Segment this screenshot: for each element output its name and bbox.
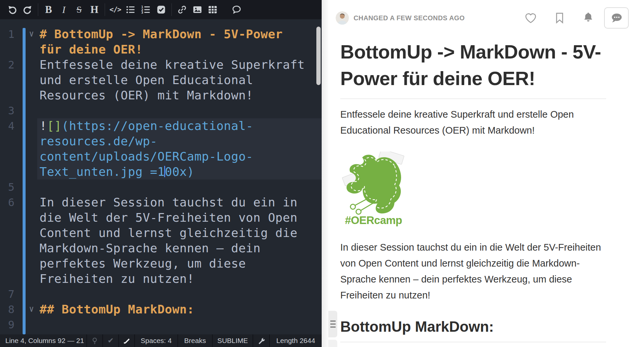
doc-length-status: Length 2644 — [269, 334, 322, 347]
editor-toolbar: B I S H </> 123 — [0, 0, 322, 19]
code-text: In dieser Session tauchst du ein in — [37, 195, 322, 210]
keymap-setting[interactable]: SUBLIME — [212, 334, 253, 347]
oercamp-logo-image: #OERcamp — [340, 152, 407, 227]
line-number — [0, 210, 19, 225]
editor-scrollbar[interactable] — [316, 27, 321, 85]
code-row[interactable]: Resources (OER) mit Markdown! — [0, 88, 322, 103]
code-row[interactable]: die Welt der 5V-Freiheiten von Open — [0, 210, 322, 225]
line-number — [0, 134, 19, 149]
line-number: 3 — [0, 103, 19, 118]
fold-spacer — [26, 256, 37, 271]
code-row[interactable]: 9 — [0, 317, 322, 332]
code-text: Freiheiten zu nutzen! — [37, 271, 322, 287]
code-text: Markdown-Sprache kennen – dein — [37, 241, 322, 256]
fold-spacer — [26, 88, 37, 103]
doc-title: BottomUp -> MarkDown - 5V-Power für dein… — [340, 39, 606, 92]
code-row[interactable]: Content und lernst gleichzeitig die — [0, 225, 322, 241]
code-row[interactable]: Freiheiten zu nutzen! — [0, 271, 322, 287]
line-number — [0, 149, 19, 164]
line-number: 4 — [0, 118, 19, 134]
code-row[interactable]: Markdown-Sprache kennen – dein — [0, 241, 322, 256]
code-row[interactable]: und erstelle Open Educational — [0, 72, 322, 88]
code-text: Text_unten.jpg =100x) — [37, 164, 322, 179]
bullet-list-icon[interactable] — [123, 2, 138, 17]
fold-spacer — [26, 241, 37, 256]
fold-spacer — [26, 179, 37, 195]
code-editor[interactable]: 1># BottomUp -> MarkDown - 5V-Powerfür d… — [0, 19, 322, 347]
code-row[interactable]: resources.de/wp- — [0, 134, 322, 149]
line-number — [0, 42, 19, 57]
notification-bell-icon[interactable] — [582, 12, 594, 24]
comment-icon[interactable] — [229, 2, 244, 17]
divider-grip-handle[interactable] — [328, 311, 337, 337]
task-list-icon[interactable] — [154, 2, 169, 17]
code-row[interactable]: 3 — [0, 103, 322, 118]
table-icon[interactable] — [205, 2, 220, 17]
breaks-setting[interactable]: Breaks — [177, 334, 212, 347]
doc-heading-2: BottomUp MarkDown: — [340, 316, 606, 337]
numbered-list-icon[interactable]: 123 — [138, 2, 154, 17]
code-text — [37, 287, 322, 302]
fold-spacer — [26, 57, 37, 72]
bookmark-icon[interactable] — [555, 12, 564, 24]
code-text: Resources (OER) mit Markdown! — [37, 88, 322, 103]
code-rows: 1># BottomUp -> MarkDown - 5V-Powerfür d… — [0, 27, 322, 347]
code-row[interactable]: 4![](https://open-educational- — [0, 118, 322, 134]
code-row[interactable]: content/uploads/OERCamp-Logo- — [0, 149, 322, 164]
redo-icon[interactable] — [20, 2, 35, 17]
divider-grip-handle-2[interactable] — [328, 340, 337, 347]
line-number: 2 — [0, 57, 19, 72]
markdown-editor-app: B I S H </> 123 — [0, 0, 644, 347]
line-number — [0, 72, 19, 88]
line-number: 6 — [0, 195, 19, 210]
fold-caret-icon[interactable]: > — [26, 302, 37, 317]
like-heart-icon[interactable] — [524, 12, 537, 24]
fold-spacer — [26, 195, 37, 210]
bold-button[interactable]: B — [41, 2, 56, 17]
editor-pane: B I S H </> 123 — [0, 0, 322, 347]
code-row[interactable]: Text_unten.jpg =100x) — [0, 164, 322, 179]
fold-spacer — [26, 118, 37, 134]
code-text: und erstelle Open Educational — [37, 72, 322, 88]
svg-text:3: 3 — [141, 11, 143, 14]
code-row[interactable]: perfektes Werkzeug, um diese — [0, 256, 322, 271]
spellcheck-icon[interactable]: ✔ — [102, 334, 118, 347]
code-row[interactable]: 6In dieser Session tauchst du ein in — [0, 195, 322, 210]
doc-paragraph-2: In dieser Session tauchst du ein in die … — [340, 239, 602, 303]
line-number — [0, 271, 19, 287]
code-text — [37, 103, 322, 118]
cursor-position-status: Line 4, Columns 92 — 21 — [0, 334, 86, 347]
brush-icon[interactable] — [118, 334, 134, 347]
line-number: 9 — [0, 317, 19, 332]
image-icon[interactable] — [190, 2, 205, 17]
line-number — [0, 241, 19, 256]
code-text: die Welt der 5V-Freiheiten von Open — [37, 210, 322, 225]
wrench-icon[interactable] — [253, 334, 269, 347]
lightbulb-icon[interactable] — [86, 334, 102, 347]
code-row[interactable]: 8>## BottomUp MarkDown: — [0, 302, 322, 317]
avatar[interactable] — [336, 11, 349, 25]
pane-divider[interactable] — [322, 0, 328, 347]
line-number: 7 — [0, 287, 19, 302]
strikethrough-button[interactable]: S — [71, 2, 87, 17]
heading-button[interactable]: H — [87, 2, 102, 17]
spaces-setting[interactable]: Spaces: 4 — [134, 334, 177, 347]
code-row[interactable]: 7 — [0, 287, 322, 302]
link-icon[interactable] — [174, 2, 190, 17]
italic-button[interactable]: I — [56, 2, 71, 17]
fold-spacer — [26, 317, 37, 332]
line-number — [0, 164, 19, 179]
code-block-button[interactable]: </> — [108, 2, 123, 17]
line-number — [0, 225, 19, 241]
comments-button[interactable] — [604, 7, 629, 29]
fold-caret-icon[interactable]: > — [26, 27, 37, 42]
code-text: ## BottomUp MarkDown: — [37, 302, 322, 317]
preview-header: CHANGED A FEW SECONDS AGO — [328, 0, 644, 25]
code-row[interactable]: 1># BottomUp -> MarkDown - 5V-Power — [0, 27, 322, 42]
doc-paragraph-1: Entfessele deine kreative Superkraft und… — [340, 106, 602, 138]
code-row[interactable]: für deine OER! — [0, 42, 322, 57]
undo-icon[interactable] — [5, 2, 20, 17]
code-row[interactable]: 2Entfessele deine kreative Superkraft — [0, 57, 322, 72]
code-row[interactable]: 5 — [0, 179, 322, 195]
code-text: Entfessele deine kreative Superkraft — [37, 57, 322, 72]
